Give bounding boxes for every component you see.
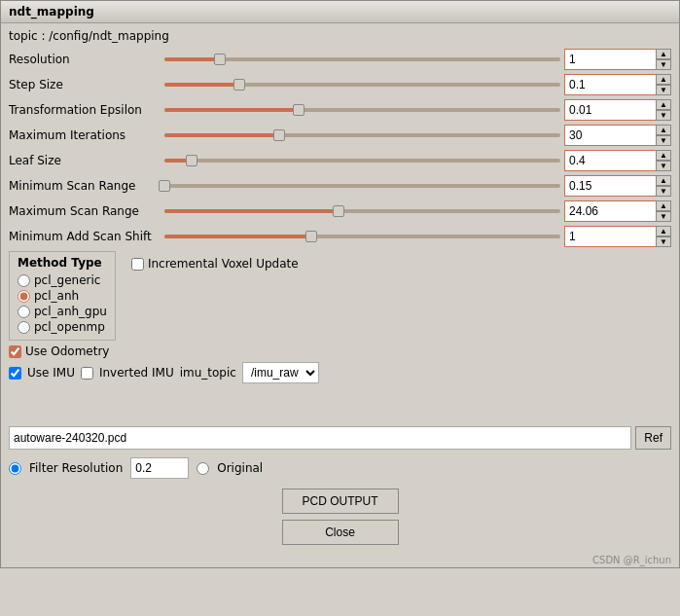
spin-up-6[interactable]: ▲ bbox=[656, 200, 671, 211]
use-odometry-row: Use Odometry bbox=[9, 344, 671, 358]
spin-up-2[interactable]: ▲ bbox=[656, 99, 671, 110]
slider-container-0[interactable] bbox=[164, 57, 560, 61]
radio-pcl-anh: pcl_anh bbox=[18, 289, 107, 303]
param-label-1: Step Size bbox=[9, 78, 164, 91]
spinbox-input-7[interactable] bbox=[564, 226, 656, 247]
slider-track-3 bbox=[164, 133, 560, 137]
spinbox-5: ▲▼ bbox=[564, 175, 671, 197]
method-type-group: Method Type pcl_generic pcl_anh pcl_anh_… bbox=[9, 251, 116, 341]
file-input[interactable]: autoware-240320.pcd bbox=[9, 426, 631, 450]
radio-pcl-anh-input[interactable] bbox=[18, 290, 30, 303]
inverted-imu-checkbox[interactable] bbox=[81, 367, 93, 380]
spinbox-input-5[interactable] bbox=[564, 175, 656, 197]
spin-up-4[interactable]: ▲ bbox=[656, 150, 671, 161]
incremental-voxel-row: Incremental Voxel Update bbox=[131, 257, 299, 271]
param-row-3: Maximum Iterations▲▼ bbox=[9, 125, 671, 146]
param-label-4: Leaf Size bbox=[9, 154, 164, 167]
slider-thumb-6[interactable] bbox=[333, 205, 344, 217]
spin-up-0[interactable]: ▲ bbox=[656, 49, 671, 59]
radio-pcl-generic: pcl_generic bbox=[18, 273, 107, 287]
slider-thumb-4[interactable] bbox=[186, 155, 197, 166]
pcd-output-button[interactable]: PCD OUTPUT bbox=[282, 489, 399, 514]
spin-down-4[interactable]: ▼ bbox=[656, 161, 671, 171]
radio-pcl-generic-input[interactable] bbox=[18, 274, 30, 287]
spin-buttons-3: ▲▼ bbox=[656, 125, 671, 146]
spin-down-3[interactable]: ▼ bbox=[656, 135, 671, 146]
spinbox-input-2[interactable] bbox=[564, 99, 656, 121]
spacer bbox=[9, 383, 671, 413]
slider-thumb-1[interactable] bbox=[233, 79, 245, 91]
slider-container-6[interactable] bbox=[164, 209, 560, 213]
param-label-6: Maximum Scan Range bbox=[9, 204, 164, 218]
spin-up-1[interactable]: ▲ bbox=[656, 74, 671, 85]
slider-track-5 bbox=[164, 184, 560, 188]
close-button[interactable]: Close bbox=[282, 520, 399, 545]
ref-button[interactable]: Ref bbox=[635, 426, 671, 450]
spin-up-7[interactable]: ▲ bbox=[656, 226, 671, 236]
filter-resolution-radio[interactable] bbox=[9, 462, 21, 475]
slider-thumb-0[interactable] bbox=[214, 54, 226, 65]
spinbox-2: ▲▼ bbox=[564, 99, 671, 121]
slider-fill-1 bbox=[164, 83, 243, 87]
param-row-5: Minimum Scan Range▲▼ bbox=[9, 175, 671, 197]
param-label-7: Minimum Add Scan Shift bbox=[9, 230, 164, 243]
slider-container-2[interactable] bbox=[164, 108, 560, 112]
spinbox-input-1[interactable] bbox=[564, 74, 656, 95]
filter-row: Filter Resolution 0.2 Original bbox=[9, 457, 671, 479]
radio-pcl-anh-gpu: pcl_anh_gpu bbox=[18, 305, 107, 318]
slider-container-3[interactable] bbox=[164, 133, 560, 137]
method-type-title: Method Type bbox=[18, 256, 107, 270]
window-title: ndt_mapping bbox=[9, 5, 94, 18]
slider-track-7 bbox=[164, 235, 560, 238]
spinbox-6: ▲▼ bbox=[564, 200, 671, 222]
slider-thumb-5[interactable] bbox=[159, 180, 170, 192]
spin-down-0[interactable]: ▼ bbox=[656, 59, 671, 70]
use-odometry-checkbox[interactable] bbox=[9, 345, 21, 358]
imu-row: Use IMU Inverted IMU imu_topic /imu_raw bbox=[9, 362, 671, 383]
radio-pcl-anh-gpu-input[interactable] bbox=[18, 306, 30, 318]
slider-thumb-3[interactable] bbox=[273, 129, 285, 141]
spinbox-7: ▲▼ bbox=[564, 226, 671, 247]
slider-container-4[interactable] bbox=[164, 159, 560, 163]
param-row-1: Step Size▲▼ bbox=[9, 74, 671, 95]
radio-pcl-openmp-input[interactable] bbox=[18, 321, 30, 334]
spin-down-7[interactable]: ▼ bbox=[656, 236, 671, 247]
use-odometry-label: Use Odometry bbox=[25, 344, 109, 358]
spin-up-5[interactable]: ▲ bbox=[656, 175, 671, 186]
spin-buttons-2: ▲▼ bbox=[656, 99, 671, 121]
spin-down-2[interactable]: ▼ bbox=[656, 110, 671, 121]
spin-buttons-1: ▲▼ bbox=[656, 74, 671, 95]
param-row-7: Minimum Add Scan Shift▲▼ bbox=[9, 226, 671, 247]
spin-buttons-5: ▲▼ bbox=[656, 175, 671, 197]
button-row: PCD OUTPUT Close bbox=[9, 489, 671, 545]
slider-track-2 bbox=[164, 108, 560, 112]
imu-topic-select[interactable]: /imu_raw bbox=[242, 362, 319, 383]
filter-value-input[interactable]: 0.2 bbox=[130, 457, 189, 479]
slider-fill-7 bbox=[164, 235, 315, 238]
spinbox-input-0[interactable] bbox=[564, 49, 656, 70]
slider-container-1[interactable] bbox=[164, 83, 560, 87]
param-label-2: Transformation Epsilon bbox=[9, 103, 164, 117]
param-row-6: Maximum Scan Range▲▼ bbox=[9, 200, 671, 222]
slider-container-7[interactable] bbox=[164, 235, 560, 238]
spin-down-1[interactable]: ▼ bbox=[656, 85, 671, 95]
slider-fill-6 bbox=[164, 209, 342, 213]
spinbox-input-6[interactable] bbox=[564, 200, 656, 222]
slider-fill-3 bbox=[164, 133, 283, 137]
incremental-voxel-checkbox[interactable] bbox=[131, 258, 144, 271]
slider-container-5[interactable] bbox=[164, 184, 560, 188]
spin-buttons-7: ▲▼ bbox=[656, 226, 671, 247]
original-radio[interactable] bbox=[197, 462, 209, 475]
spin-down-5[interactable]: ▼ bbox=[656, 186, 671, 197]
spinbox-input-3[interactable] bbox=[564, 125, 656, 146]
spin-down-6[interactable]: ▼ bbox=[656, 211, 671, 222]
param-row-0: Resolution▲▼ bbox=[9, 49, 671, 70]
use-imu-checkbox[interactable] bbox=[9, 367, 21, 380]
spinbox-3: ▲▼ bbox=[564, 125, 671, 146]
spinbox-input-4[interactable] bbox=[564, 150, 656, 171]
imu-topic-static-label: imu_topic bbox=[180, 366, 236, 380]
spin-up-3[interactable]: ▲ bbox=[656, 125, 671, 135]
spinbox-1: ▲▼ bbox=[564, 74, 671, 95]
slider-thumb-7[interactable] bbox=[305, 231, 317, 242]
slider-thumb-2[interactable] bbox=[293, 104, 304, 116]
